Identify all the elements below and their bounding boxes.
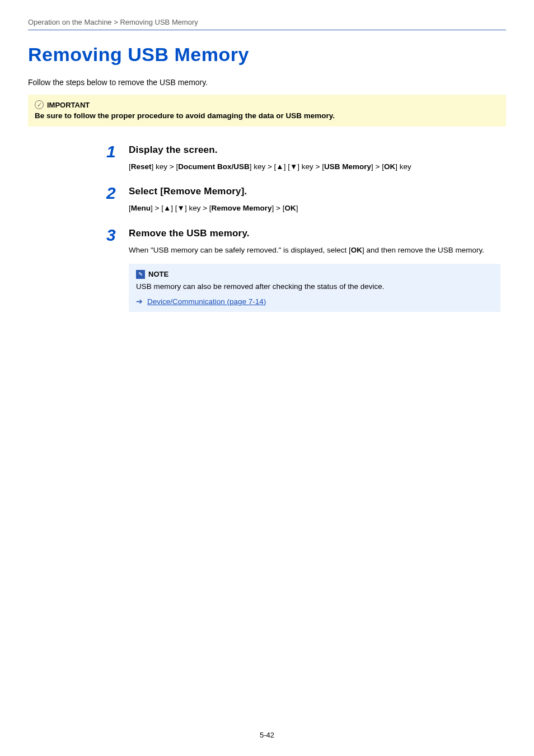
step-number: 2 xyxy=(106,185,119,202)
step-title: Select [Remove Memory]. xyxy=(129,186,500,197)
step-title: Display the screen. xyxy=(129,144,500,156)
step-body: Display the screen.[Reset] key > [Docume… xyxy=(129,143,500,172)
step: 1Display the screen.[Reset] key > [Docum… xyxy=(106,143,500,172)
intro-text: Follow the steps below to remove the USB… xyxy=(28,78,506,87)
breadcrumb: Operation on the Machine > Removing USB … xyxy=(28,18,506,30)
important-callout: ✓ IMPORTANT Be sure to follow the proper… xyxy=(28,95,506,127)
xref-link[interactable]: Device/Communication (page 7-14) xyxy=(147,297,266,306)
header-divider xyxy=(28,30,506,30)
note-icon: ✎ xyxy=(136,270,145,279)
step-body: Select [Remove Memory].[Menu] > [▲] [▼] … xyxy=(129,185,500,214)
page-title: Removing USB Memory xyxy=(28,44,506,66)
step-body: Remove the USB memory.When "USB memory c… xyxy=(129,227,500,312)
step-number: 3 xyxy=(106,227,119,244)
important-text: Be sure to follow the proper procedure t… xyxy=(35,111,499,120)
step-instruction: [Reset] key > [Document Box/USB] key > [… xyxy=(129,161,500,172)
note-text: USB memory can also be removed after che… xyxy=(136,281,493,292)
step-title: Remove the USB memory. xyxy=(129,228,500,239)
step: 3Remove the USB memory.When "USB memory … xyxy=(106,227,500,312)
step-instruction: [Menu] > [▲] [▼] key > [Remove Memory] >… xyxy=(129,203,500,214)
important-label: IMPORTANT xyxy=(47,101,90,109)
page-number: 5-42 xyxy=(0,731,534,739)
step: 2Select [Remove Memory].[Menu] > [▲] [▼]… xyxy=(106,185,500,214)
note-callout: ✎NOTEUSB memory can also be removed afte… xyxy=(129,264,500,312)
note-label: NOTE xyxy=(148,270,168,278)
step-number: 1 xyxy=(106,143,119,160)
check-circle-icon: ✓ xyxy=(35,100,44,109)
arrow-right-icon: ➔ xyxy=(136,297,143,306)
step-instruction: When "USB memory can be safely removed."… xyxy=(129,245,500,256)
